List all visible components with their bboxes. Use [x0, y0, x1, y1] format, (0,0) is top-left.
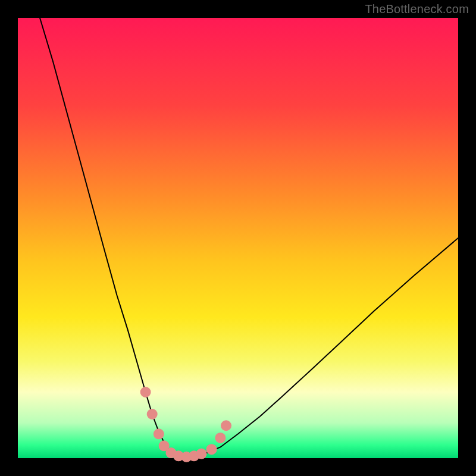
- chart-container: TheBottleneck.com: [0, 0, 476, 476]
- plot-background: [18, 18, 458, 458]
- highlight-dot: [206, 444, 217, 455]
- highlight-dot: [221, 420, 231, 431]
- highlight-dot: [215, 433, 226, 443]
- watermark-text: TheBottleneck.com: [365, 2, 469, 16]
- bottleneck-chart: [0, 0, 476, 476]
- highlight-dot: [154, 428, 164, 439]
- highlight-dot: [147, 409, 158, 419]
- highlight-dot: [196, 449, 207, 459]
- highlight-dot: [140, 387, 151, 397]
